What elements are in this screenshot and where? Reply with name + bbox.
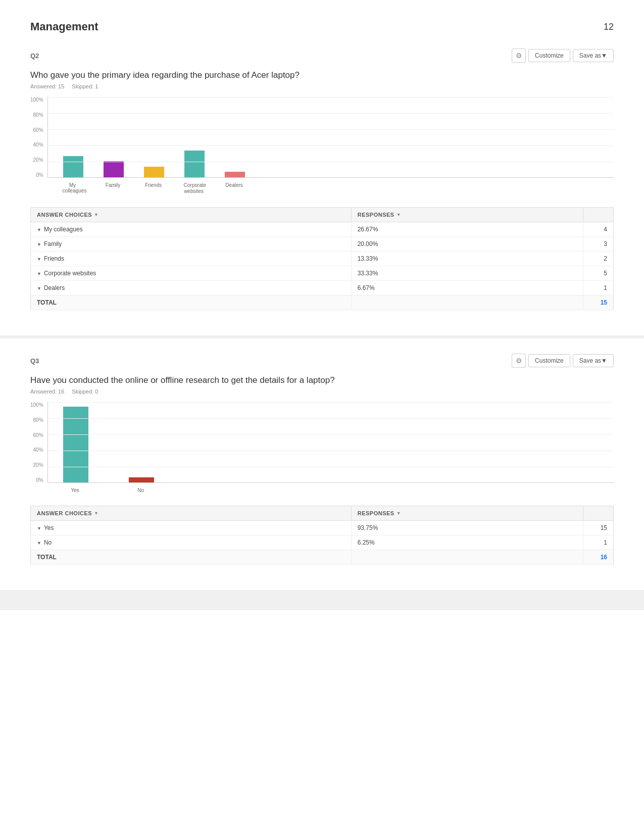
- q3-title: Have you conducted the online or offline…: [30, 375, 614, 385]
- q2-xlabel-family: Family: [103, 182, 123, 194]
- q2-xlabel-dealers: Dealers: [224, 182, 244, 194]
- q3-y-40: 40%: [30, 447, 43, 453]
- q2-th-responses[interactable]: RESPONSES ▼: [351, 208, 583, 222]
- q3-meta: Answered: 16 Skipped: 0: [30, 388, 614, 395]
- q3-xlabel-yes: Yes: [63, 487, 88, 493]
- q2-count-dealers: 1: [583, 281, 614, 296]
- q2-title: Who gave you the primary idea regarding …: [30, 70, 614, 80]
- q2-bar-corporate: [184, 151, 205, 177]
- q2-settings-icon[interactable]: ⚙: [512, 48, 526, 63]
- q3-table: ANSWER CHOICES ▼ RESPONSES ▼ ▼Yes 93.75%…: [30, 506, 614, 565]
- q2-count-colleagues: 4: [583, 222, 614, 237]
- q2-answered: Answered: 15: [30, 83, 64, 89]
- q3-save-button[interactable]: Save as▼: [573, 354, 614, 367]
- q3-actions: ⚙ Customize Save as▼: [512, 354, 614, 368]
- page-title: Management: [30, 20, 98, 33]
- page-footer: [0, 590, 644, 610]
- q3-header: Q3 ⚙ Customize Save as▼: [30, 354, 614, 368]
- table-row: ▼Corporate websites 33.33% 5: [31, 266, 614, 281]
- q2-total-pct: [351, 296, 583, 310]
- q2-actions: ⚙ Customize Save as▼: [512, 48, 614, 63]
- q3-y-80: 80%: [30, 417, 43, 423]
- table-row: ▼Family 20.00% 3: [31, 237, 614, 252]
- q2-pct-corporate: 33.33%: [351, 266, 583, 281]
- q2-total-label: TOTAL: [31, 296, 352, 310]
- q2-pct-colleagues: 26.67%: [351, 222, 583, 237]
- q2-meta: Answered: 15 Skipped: 1: [30, 83, 614, 89]
- q2-choice-friends: ▼Friends: [31, 252, 352, 266]
- q3-total-pct: [351, 550, 583, 565]
- q2-bar-dealers: [225, 172, 245, 177]
- q2-bar-colleagues: [63, 156, 83, 177]
- q3-th-count: [583, 506, 614, 521]
- q2-y-80: 80%: [30, 112, 43, 118]
- q3-y-20: 20%: [30, 462, 43, 468]
- q2-choice-dealers: ▼Dealers: [31, 281, 352, 296]
- table-row: ▼Dealers 6.67% 1: [31, 281, 614, 296]
- page-number: 12: [604, 22, 614, 32]
- q2-header: Q2 ⚙ Customize Save as▼: [30, 48, 614, 63]
- q3-xlabel-no: No: [128, 487, 154, 493]
- table-row: ▼My colleagues 26.67% 4: [31, 222, 614, 237]
- q3-settings-icon[interactable]: ⚙: [512, 354, 526, 368]
- q2-skipped: Skipped: 1: [72, 83, 98, 89]
- q2-pct-dealers: 6.67%: [351, 281, 583, 296]
- q3-count-no: 1: [583, 535, 614, 550]
- q2-count-corporate: 5: [583, 266, 614, 281]
- q2-th-choices[interactable]: ANSWER CHOICES ▼: [31, 208, 352, 222]
- q2-total-row: TOTAL 15: [31, 296, 614, 310]
- q2-th-count: [583, 208, 614, 222]
- q2-pct-friends: 13.33%: [351, 252, 583, 266]
- q2-total-count: 15: [583, 296, 614, 310]
- q3-y-100: 100%: [30, 402, 43, 408]
- q3-th-choices[interactable]: ANSWER CHOICES ▼: [31, 506, 352, 521]
- q2-choice-family: ▼Family: [31, 237, 352, 252]
- q3-skipped: Skipped: 0: [72, 388, 98, 395]
- q2-bar-friends: [144, 167, 164, 177]
- q3-bar-no: [129, 477, 154, 482]
- q3-label: Q3: [30, 357, 39, 365]
- q3-customize-button[interactable]: Customize: [528, 354, 570, 367]
- q2-y-100: 100%: [30, 97, 43, 103]
- q3-choice-no: ▼No: [31, 535, 352, 550]
- q2-table: ANSWER CHOICES ▼ RESPONSES ▼ ▼My colleag…: [30, 207, 614, 310]
- q3-y-0: 0%: [30, 477, 43, 483]
- q3-th-responses[interactable]: RESPONSES ▼: [351, 506, 583, 521]
- q3-total-label: TOTAL: [31, 550, 352, 565]
- table-row: ▼Friends 13.33% 2: [31, 252, 614, 266]
- q3-y-60: 60%: [30, 432, 43, 438]
- q2-choice-corporate: ▼Corporate websites: [31, 266, 352, 281]
- q3-block: Q3 ⚙ Customize Save as▼ Have you conduct…: [30, 354, 614, 565]
- q3-pct-yes: 93.75%: [351, 521, 583, 535]
- q3-total-row: TOTAL 16: [31, 550, 614, 565]
- section-divider: [0, 335, 644, 338]
- q2-y-0: 0%: [30, 172, 43, 178]
- q2-count-family: 3: [583, 237, 614, 252]
- q2-xlabel-corporate: Corporate websites: [184, 182, 204, 194]
- q2-xlabel-colleagues: My colleagues: [63, 182, 83, 194]
- q3-answered: Answered: 16: [30, 388, 64, 395]
- q2-pct-family: 20.00%: [351, 237, 583, 252]
- q3-count-yes: 15: [583, 521, 614, 535]
- q2-y-20: 20%: [30, 157, 43, 163]
- q2-customize-button[interactable]: Customize: [528, 49, 570, 62]
- table-row: ▼No 6.25% 1: [31, 535, 614, 550]
- table-row: ▼Yes 93.75% 15: [31, 521, 614, 535]
- page-header: Management 12: [30, 20, 614, 33]
- q2-y-60: 60%: [30, 127, 43, 133]
- q3-total-count: 16: [583, 550, 614, 565]
- q2-xlabel-friends: Friends: [143, 182, 164, 194]
- q2-y-40: 40%: [30, 142, 43, 148]
- q2-save-button[interactable]: Save as▼: [573, 49, 614, 62]
- q3-choice-yes: ▼Yes: [31, 521, 352, 535]
- q2-choice-colleagues: ▼My colleagues: [31, 222, 352, 237]
- q2-block: Q2 ⚙ Customize Save as▼ Who gave you the…: [30, 48, 614, 310]
- q3-pct-no: 6.25%: [351, 535, 583, 550]
- q2-bar-family: [104, 161, 124, 177]
- q2-label: Q2: [30, 52, 39, 60]
- q2-count-friends: 2: [583, 252, 614, 266]
